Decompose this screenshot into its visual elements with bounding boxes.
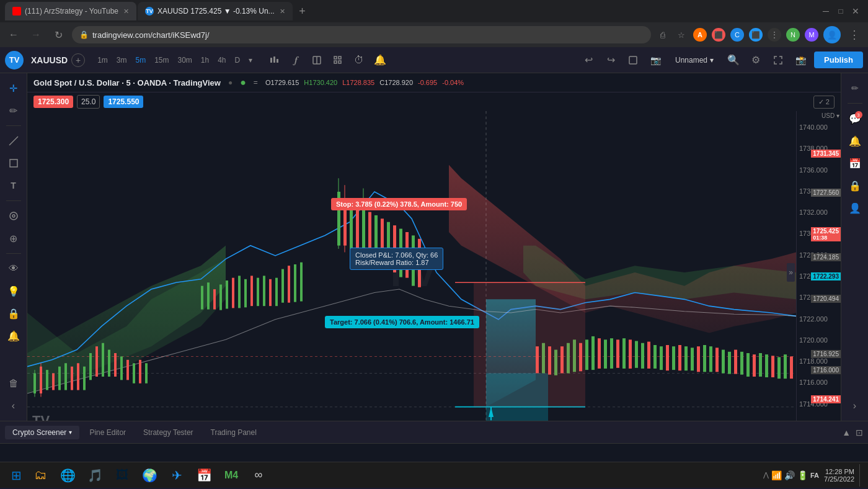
ext2-icon[interactable]: ⬛ bbox=[712, 28, 725, 42]
browser-menu[interactable]: ⋮ bbox=[846, 26, 863, 43]
taskbar-chrome[interactable]: 🌍 bbox=[136, 464, 162, 487]
pen-tool[interactable]: ✏ bbox=[4, 101, 24, 120]
publish-button[interactable]: Publish bbox=[814, 52, 863, 68]
add-symbol-button[interactable]: + bbox=[71, 53, 85, 67]
taskbar-extra[interactable]: ∞ bbox=[246, 464, 272, 487]
chat-icon[interactable]: 💬 3 bbox=[845, 109, 865, 128]
shapes-tool[interactable] bbox=[4, 153, 24, 173]
tab-youtube[interactable]: (111) ArzStrategy - YouTube ✕ bbox=[5, 2, 136, 20]
taskbar-file-explorer[interactable]: 🗂 bbox=[27, 464, 53, 487]
ext5-icon[interactable]: ⋮ bbox=[768, 28, 781, 42]
tab-trading-panel[interactable]: Trading Panel bbox=[203, 426, 264, 439]
lock-tool[interactable]: 🔒 bbox=[4, 303, 24, 323]
person-right-icon[interactable]: 👤 bbox=[845, 198, 865, 218]
taskbar-spotify[interactable]: 🎵 bbox=[82, 464, 108, 487]
redo-button[interactable]: ↪ bbox=[602, 52, 619, 69]
symbol-name[interactable]: XAUUSD bbox=[31, 55, 68, 65]
fullscreen-icon[interactable] bbox=[769, 52, 787, 69]
chart-canvas-area[interactable]: TV TV Stop: 3.785 (0.22%) 378.5, Amount:… bbox=[27, 111, 796, 421]
settings-icon[interactable]: ⚙ bbox=[747, 52, 764, 69]
share-icon[interactable]: ⎙ bbox=[656, 28, 670, 42]
search-icon[interactable]: 🔍 bbox=[725, 52, 742, 69]
chart-type-icon[interactable] bbox=[266, 52, 283, 69]
ext7-icon[interactable]: M bbox=[805, 28, 818, 42]
back-button[interactable]: ← bbox=[5, 26, 22, 43]
ideas-tool[interactable]: 💡 bbox=[4, 281, 24, 301]
tab-pine-editor[interactable]: Pine Editor bbox=[82, 426, 133, 439]
tab-tradingview[interactable]: TV XAUUSD 1725.425 ▼ -0.13% Un... ✕ bbox=[138, 2, 293, 20]
tf-15m[interactable]: 15m bbox=[151, 54, 172, 66]
tf-1m[interactable]: 1m bbox=[94, 54, 112, 66]
address-bar[interactable]: 🔒 tradingview.com/chart/iKSEwd7j/ bbox=[72, 26, 651, 43]
taskbar-mt4[interactable]: M4 bbox=[218, 464, 244, 487]
tf-d[interactable]: D bbox=[231, 54, 244, 66]
zoom-in-tool[interactable]: ⊕ bbox=[4, 228, 24, 248]
tray-network[interactable]: 📶 bbox=[771, 470, 782, 480]
replay-icon[interactable]: ⏱ bbox=[350, 52, 368, 69]
taskbar-edge[interactable]: 🌐 bbox=[55, 464, 81, 487]
tf-30m[interactable]: 30m bbox=[174, 54, 195, 66]
alert-right-icon[interactable]: 🔔 bbox=[845, 131, 865, 151]
start-button[interactable]: ⊞ bbox=[5, 464, 27, 487]
fullscreen-toggle[interactable] bbox=[624, 52, 642, 69]
svg-rect-88 bbox=[598, 338, 601, 369]
tab-tv-close[interactable]: ✕ bbox=[280, 7, 285, 16]
ext1-icon[interactable]: A bbox=[693, 28, 707, 42]
tray-chevron[interactable]: ⋀ bbox=[763, 471, 769, 479]
ext6-icon[interactable]: N bbox=[786, 28, 800, 42]
window-close[interactable]: ✕ bbox=[851, 6, 861, 16]
alert-icon[interactable]: 🔔 bbox=[371, 52, 389, 69]
tab-crypto-screener[interactable]: Crypto Screener ▾ bbox=[5, 426, 79, 439]
edit-right-icon[interactable]: ✏ bbox=[845, 78, 865, 98]
refresh-button[interactable]: ↻ bbox=[50, 26, 67, 43]
snapshot-icon[interactable]: 📷 bbox=[647, 52, 664, 69]
tray-volume[interactable]: 🔊 bbox=[784, 470, 795, 480]
undo-button[interactable]: ↩ bbox=[580, 52, 597, 69]
ext3-icon[interactable]: C bbox=[730, 28, 744, 42]
collapse-left[interactable]: ‹ bbox=[4, 396, 24, 416]
workspace-selector[interactable]: Unnamed ▾ bbox=[669, 53, 720, 68]
watchlist-tool[interactable]: 👁 bbox=[4, 259, 24, 279]
window-minimize[interactable]: ─ bbox=[821, 6, 831, 16]
show-desktop[interactable] bbox=[859, 464, 863, 487]
alert-tool[interactable]: 🔔 bbox=[4, 326, 24, 346]
camera-icon[interactable]: 📸 bbox=[792, 52, 809, 69]
taskbar-telegram[interactable]: ✈ bbox=[164, 464, 190, 487]
window-maximize[interactable]: □ bbox=[836, 6, 846, 16]
svg-rect-58 bbox=[288, 266, 290, 303]
panel-fullscreen-icon[interactable]: ⊡ bbox=[856, 428, 863, 437]
tf-4h[interactable]: 4h bbox=[214, 54, 229, 66]
panel-up-icon[interactable]: ▲ bbox=[842, 428, 851, 437]
tab-strategy-tester[interactable]: Strategy Tester bbox=[136, 426, 200, 439]
crosshair-tool[interactable]: ✛ bbox=[4, 78, 24, 98]
bookmark-icon[interactable]: ☆ bbox=[675, 28, 688, 42]
calendar-right-icon[interactable]: 📅 bbox=[845, 153, 865, 173]
text-tool[interactable]: T bbox=[4, 176, 24, 195]
tray-battery[interactable]: 🔋 bbox=[797, 470, 808, 480]
forward-button[interactable]: → bbox=[27, 26, 45, 43]
tf-more[interactable]: ▾ bbox=[245, 54, 256, 66]
profile-icon[interactable]: 👤 bbox=[823, 26, 841, 43]
price-badge-red[interactable]: 1725.300 bbox=[33, 96, 73, 108]
clock[interactable]: 12:28 PM 7/25/2022 bbox=[824, 468, 854, 483]
layer-badge[interactable]: ✓ 2 bbox=[813, 96, 835, 109]
new-tab-button[interactable]: + bbox=[294, 2, 311, 20]
indicator-icon[interactable]: 𝒇 bbox=[287, 52, 304, 69]
tf-5m[interactable]: 5m bbox=[131, 54, 149, 66]
collapse-right-button[interactable]: » bbox=[787, 263, 795, 282]
layout-icon[interactable] bbox=[308, 52, 326, 69]
crypto-screener-dropdown[interactable]: ▾ bbox=[69, 429, 72, 436]
taskbar-photoshop[interactable]: 🖼 bbox=[109, 464, 135, 487]
lines-tool[interactable] bbox=[4, 131, 24, 151]
template-icon[interactable] bbox=[329, 52, 347, 69]
measure-tool[interactable] bbox=[4, 206, 24, 226]
tf-3m[interactable]: 3m bbox=[113, 54, 131, 66]
lock-right-icon[interactable]: 🔒 bbox=[845, 176, 865, 195]
ext4-icon[interactable]: ⬛ bbox=[749, 28, 763, 42]
taskbar-calendar[interactable]: 📅 bbox=[191, 464, 217, 487]
expand-right-icon[interactable]: › bbox=[845, 396, 865, 416]
tf-1h[interactable]: 1h bbox=[197, 54, 213, 66]
tab-yt-close[interactable]: ✕ bbox=[123, 7, 129, 16]
trash-tool[interactable]: 🗑 bbox=[4, 374, 24, 393]
price-badge-blue[interactable]: 1725.550 bbox=[104, 96, 143, 108]
